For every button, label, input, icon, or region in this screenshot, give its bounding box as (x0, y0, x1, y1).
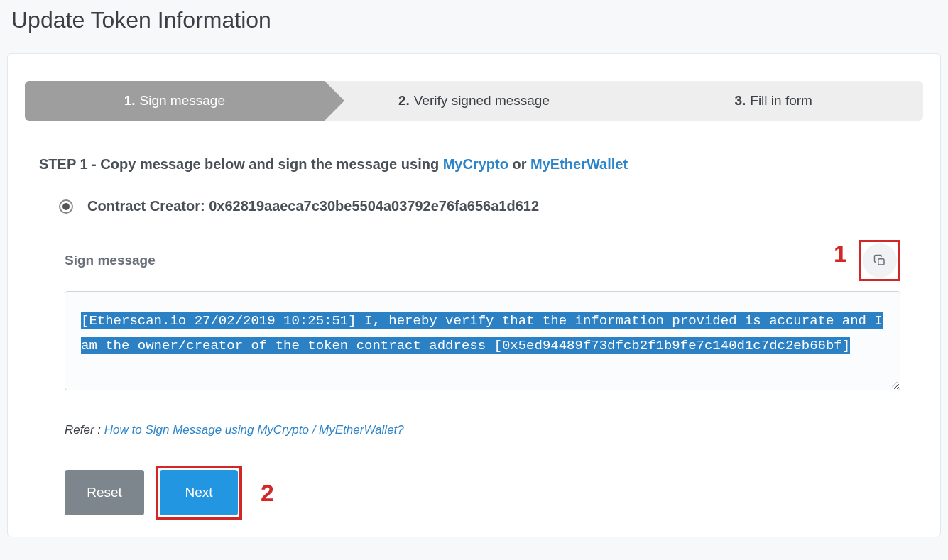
step-instruction: STEP 1 - Copy message below and sign the… (39, 156, 923, 172)
svg-rect-0 (878, 259, 884, 265)
sign-message-label: Sign message (65, 253, 156, 268)
mycrypto-link[interactable]: MyCrypto (443, 156, 508, 172)
annotation-marker-1: 1 (834, 240, 847, 268)
how-to-sign-link[interactable]: How to Sign Message using MyCrypto / MyE… (104, 423, 404, 437)
page-title: Update Token Information (11, 7, 941, 33)
step-label: Verify signed message (414, 93, 550, 109)
step-arrow-icon (623, 81, 643, 121)
annotation-box-2: Next (156, 466, 242, 520)
copy-icon (873, 254, 886, 267)
message-text: [Etherscan.io 27/02/2019 10:25:51] I, he… (81, 312, 883, 354)
step-3-fill-in-form[interactable]: 3. Fill in form (623, 81, 923, 121)
radio-dot-icon (62, 203, 70, 210)
contract-creator-label: Contract Creator: 0x62819aaeca7c30be5504… (87, 198, 539, 214)
step-label: Sign message (140, 93, 225, 109)
step-2-verify-signed-message[interactable]: 2. Verify signed message (325, 81, 624, 121)
main-card: 1. Sign message 2. Verify signed message… (7, 53, 941, 537)
refer-prefix: Refer : (65, 423, 104, 437)
step-arrow-icon (325, 81, 344, 121)
instruction-text: STEP 1 - Copy message below and sign the… (39, 156, 443, 172)
instruction-or: or (512, 156, 530, 172)
contract-creator-radio[interactable] (59, 199, 73, 214)
sign-header: Sign message 1 (65, 240, 900, 281)
sign-message-section: Sign message 1 [Etherscan.io 27/02/2019 … (65, 240, 900, 390)
myetherwallet-link[interactable]: MyEtherWallet (530, 156, 628, 172)
creator-address: 0x62819aaeca7c30be5504a03792e76fa656a1d6… (209, 198, 539, 214)
button-row: Reset Next 2 (65, 466, 923, 520)
step-1-sign-message[interactable]: 1. Sign message (25, 81, 325, 121)
annotation-box-1 (859, 240, 900, 281)
step-number: 2. (398, 93, 410, 109)
creator-label-prefix: Contract Creator: (87, 198, 209, 214)
refer-line: Refer : How to Sign Message using MyCryp… (65, 423, 923, 437)
stepper: 1. Sign message 2. Verify signed message… (25, 81, 923, 121)
next-button[interactable]: Next (160, 470, 238, 515)
copy-button[interactable] (863, 243, 897, 278)
step-number: 3. (734, 93, 746, 109)
step-label: Fill in form (750, 93, 812, 109)
reset-button[interactable]: Reset (65, 470, 144, 515)
resize-handle-icon[interactable] (888, 378, 898, 388)
step-number: 1. (124, 93, 136, 109)
sign-message-textarea[interactable]: [Etherscan.io 27/02/2019 10:25:51] I, he… (65, 291, 900, 390)
annotation-marker-2: 2 (261, 479, 274, 507)
contract-creator-row: Contract Creator: 0x62819aaeca7c30be5504… (59, 198, 923, 214)
